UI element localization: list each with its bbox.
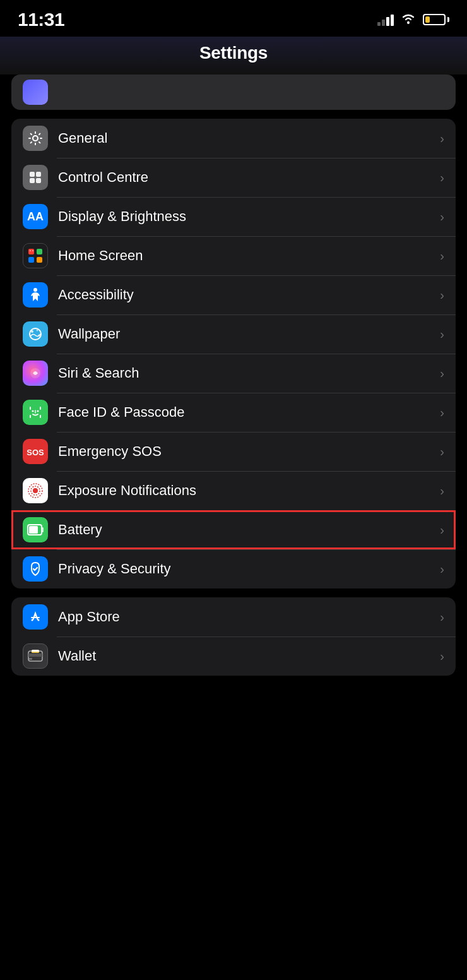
battery-setting-icon — [23, 517, 48, 542]
settings-group-1: General › Control Centre › AA Display & … — [11, 119, 456, 589]
accessibility-label: Accessibility — [58, 287, 435, 303]
settings-row-control-centre[interactable]: Control Centre › — [11, 158, 456, 197]
settings-row-home-screen[interactable]: Home Screen › — [11, 236, 456, 275]
privacy-security-label: Privacy & Security — [58, 561, 435, 577]
home-screen-chevron: › — [440, 249, 444, 263]
signal-icon — [377, 13, 394, 26]
battery-label: Battery — [58, 522, 435, 538]
display-brightness-chevron: › — [440, 210, 444, 224]
svg-point-13 — [33, 288, 37, 292]
status-time: 11:31 — [18, 9, 64, 30]
wifi-icon — [400, 12, 417, 27]
home-screen-icon — [23, 243, 48, 268]
settings-row-face-id[interactable]: Face ID & Passcode › — [11, 393, 456, 432]
display-brightness-label: Display & Brightness — [58, 208, 435, 225]
settings-row-general[interactable]: General › — [11, 119, 456, 158]
settings-row-wallet[interactable]: Wallet › — [11, 636, 456, 676]
status-icons — [377, 12, 449, 27]
svg-text:AA: AA — [27, 210, 44, 223]
exposure-icon — [23, 478, 48, 503]
svg-rect-9 — [28, 257, 34, 263]
general-chevron: › — [440, 131, 444, 146]
wallpaper-label: Wallpaper — [58, 326, 435, 342]
wallet-icon — [23, 643, 48, 669]
svg-text:SOS: SOS — [27, 448, 44, 457]
svg-rect-11 — [30, 250, 31, 251]
exposure-label: Exposure Notifications — [58, 482, 435, 499]
svg-rect-35 — [28, 658, 32, 660]
emergency-sos-chevron: › — [440, 445, 444, 459]
svg-rect-27 — [29, 526, 38, 534]
page-header: Settings — [0, 37, 467, 75]
exposure-chevron: › — [440, 484, 444, 498]
svg-point-15 — [31, 330, 33, 333]
svg-point-28 — [32, 619, 33, 621]
svg-rect-5 — [36, 178, 41, 183]
svg-point-20 — [37, 410, 39, 412]
face-id-label: Face ID & Passcode — [58, 404, 435, 421]
accessibility-icon — [23, 282, 48, 308]
settings-row-accessibility[interactable]: Accessibility › — [11, 275, 456, 314]
battery-status-icon — [423, 14, 449, 25]
settings-row-battery[interactable]: Battery › — [11, 510, 456, 549]
app-store-chevron: › — [440, 610, 444, 624]
partial-scroll-row — [11, 75, 456, 110]
display-brightness-icon: AA — [23, 204, 48, 229]
wallet-label: Wallet — [58, 648, 435, 664]
emergency-sos-icon: SOS — [23, 439, 48, 464]
svg-rect-31 — [28, 654, 42, 657]
svg-rect-7 — [28, 249, 34, 254]
page-title: Settings — [199, 43, 268, 63]
svg-rect-4 — [30, 178, 35, 183]
accessibility-chevron: › — [440, 288, 444, 302]
settings-group-2: App Store › Wallet › — [11, 597, 456, 676]
svg-rect-3 — [36, 172, 41, 177]
settings-row-wallpaper[interactable]: Wallpaper › — [11, 314, 456, 354]
status-bar: 11:31 — [0, 0, 467, 37]
control-centre-chevron: › — [440, 170, 444, 185]
control-centre-label: Control Centre — [58, 169, 435, 186]
siri-search-chevron: › — [440, 366, 444, 381]
svg-rect-12 — [32, 250, 33, 251]
svg-point-19 — [32, 410, 34, 412]
settings-row-app-store[interactable]: App Store › — [11, 597, 456, 636]
svg-rect-2 — [30, 172, 35, 177]
privacy-security-icon — [23, 556, 48, 582]
settings-row-privacy-security[interactable]: Privacy & Security › — [11, 549, 456, 589]
emergency-sos-label: Emergency SOS — [58, 443, 435, 460]
siri-search-icon — [23, 361, 48, 386]
general-label: General — [58, 130, 435, 146]
svg-rect-10 — [37, 257, 42, 263]
privacy-security-chevron: › — [440, 562, 444, 577]
svg-rect-8 — [37, 249, 42, 254]
settings-row-display-brightness[interactable]: AA Display & Brightness › — [11, 197, 456, 236]
svg-point-0 — [407, 21, 410, 24]
siri-search-label: Siri & Search — [58, 365, 435, 381]
wallpaper-icon — [23, 321, 48, 347]
svg-point-16 — [37, 330, 38, 332]
svg-point-1 — [33, 136, 38, 141]
settings-row-siri-search[interactable]: Siri & Search › — [11, 354, 456, 393]
face-id-icon — [23, 400, 48, 425]
battery-chevron: › — [440, 523, 444, 537]
settings-row-exposure[interactable]: Exposure Notifications › — [11, 471, 456, 510]
svg-rect-34 — [32, 650, 39, 652]
settings-row-emergency-sos[interactable]: SOS Emergency SOS › — [11, 432, 456, 471]
control-centre-icon — [23, 165, 48, 190]
svg-point-29 — [38, 619, 40, 621]
app-store-icon — [23, 604, 48, 630]
svg-point-23 — [33, 488, 38, 493]
wallpaper-chevron: › — [440, 327, 444, 342]
wallet-chevron: › — [440, 649, 444, 664]
svg-point-14 — [30, 328, 41, 340]
app-store-label: App Store — [58, 609, 435, 625]
partial-icon — [23, 80, 48, 105]
face-id-chevron: › — [440, 405, 444, 420]
home-screen-label: Home Screen — [58, 248, 435, 264]
general-icon — [23, 126, 48, 151]
